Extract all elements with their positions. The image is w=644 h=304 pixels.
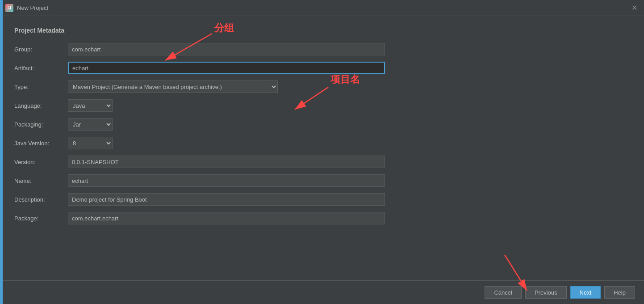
description-row: Description: [14, 193, 630, 206]
section-title: Project Metadata [14, 27, 630, 34]
artifact-label: Artifact: [14, 65, 68, 72]
form-content: Project Metadata Group: Artifact: Type: … [0, 16, 644, 280]
name-row: Name: [14, 174, 630, 187]
package-label: Package: [14, 215, 68, 222]
left-accent-bar [0, 0, 3, 304]
close-button[interactable]: ✕ [630, 4, 639, 13]
app-icon: IJ [5, 4, 13, 12]
title-bar-left: IJ New Project [5, 4, 48, 12]
new-project-dialog: IJ New Project ✕ Project Metadata Group:… [0, 0, 644, 304]
description-label: Description: [14, 196, 68, 203]
cancel-button[interactable]: Cancel [485, 286, 521, 299]
artifact-row: Artifact: [14, 62, 630, 74]
package-row: Package: [14, 212, 630, 224]
previous-button[interactable]: Previous [525, 286, 567, 299]
java-version-select[interactable]: 8 11 17 21 [68, 137, 113, 149]
language-label: Language: [14, 102, 68, 109]
next-button[interactable]: Next [570, 286, 601, 299]
java-version-row: Java Version: 8 11 17 21 [14, 137, 630, 149]
type-select[interactable]: Maven Project (Generate a Maven based pr… [68, 80, 278, 93]
type-row: Type: Maven Project (Generate a Maven ba… [14, 80, 630, 93]
language-row: Language: Java Kotlin Groovy [14, 99, 630, 112]
footer: Cancel Previous Next Help [0, 280, 644, 304]
group-input[interactable] [68, 43, 385, 55]
group-label: Group: [14, 46, 68, 53]
type-label: Type: [14, 84, 68, 90]
version-row: Version: [14, 156, 630, 168]
java-version-label: Java Version: [14, 140, 68, 147]
name-label: Name: [14, 177, 68, 184]
version-input[interactable] [68, 156, 385, 168]
package-input[interactable] [68, 212, 385, 224]
description-input[interactable] [68, 193, 385, 206]
help-button[interactable]: Help [604, 286, 635, 299]
artifact-input[interactable] [68, 62, 385, 74]
name-input[interactable] [68, 174, 385, 187]
version-label: Version: [14, 159, 68, 165]
packaging-row: Packaging: Jar War [14, 118, 630, 131]
language-select[interactable]: Java Kotlin Groovy [68, 99, 113, 112]
group-row: Group: [14, 43, 630, 55]
packaging-select[interactable]: Jar War [68, 118, 113, 131]
title-bar: IJ New Project ✕ [0, 0, 644, 16]
packaging-label: Packaging: [14, 121, 68, 128]
window-title: New Project [17, 4, 48, 11]
